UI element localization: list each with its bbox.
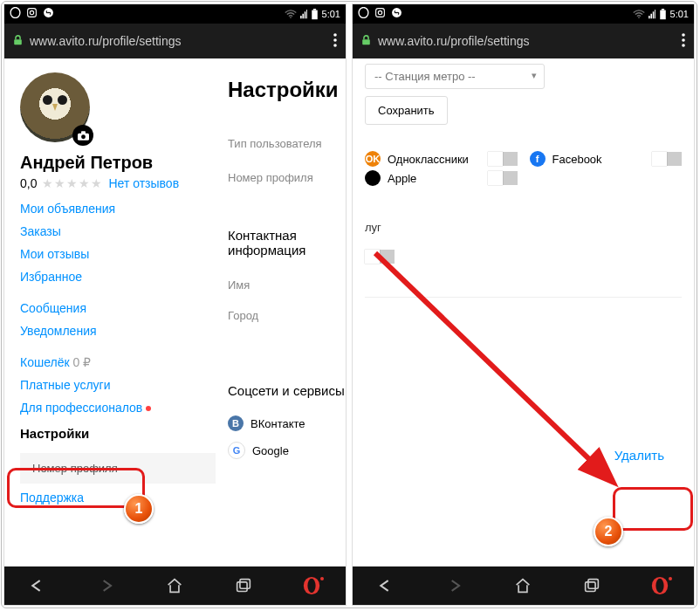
social-apple: Apple: [365, 170, 476, 186]
svg-rect-14: [237, 582, 246, 592]
shazam-icon: [43, 7, 54, 21]
nav-back-icon[interactable]: [376, 575, 397, 596]
svg-point-4: [290, 17, 292, 18]
social-toggle-grid: OKОдноклассники fFacebook Apple: [365, 151, 682, 186]
camera-icon[interactable]: [72, 125, 93, 146]
google-icon: G: [228, 442, 245, 459]
menu-dots-icon[interactable]: [333, 33, 337, 50]
screenshot-right: 5:01 www.avito.ru/profile/settings -- Ст…: [353, 4, 694, 605]
nav-opera-icon[interactable]: [301, 575, 322, 596]
toggle-services[interactable]: [365, 250, 395, 264]
label-profile-num: Номер профиля: [228, 159, 346, 210]
svg-point-2: [30, 10, 33, 14]
nav-forward-icon: [444, 575, 465, 596]
services-label-partial: луг: [365, 186, 682, 243]
annotation-marker-2: 2: [594, 517, 623, 546]
facebook-icon: f: [530, 151, 546, 167]
nav-home-icon[interactable]: [164, 575, 185, 596]
nav-opera-icon[interactable]: [649, 575, 670, 596]
svg-rect-25: [362, 39, 370, 45]
svg-point-27: [682, 38, 685, 42]
svg-point-10: [333, 44, 337, 47]
label-name: Имя: [228, 270, 346, 300]
settings-partial: Настройки Тип пользователя Номер профиля…: [216, 58, 346, 566]
rating-value: 0,0: [20, 176, 37, 190]
divider: [365, 297, 682, 298]
svg-rect-6: [312, 9, 315, 10]
status-bar: 5:01: [4, 4, 346, 24]
svg-rect-7: [14, 39, 22, 45]
opera-mini-icon: [358, 7, 369, 21]
nav-forward-icon: [96, 575, 117, 596]
svg-point-17: [307, 579, 315, 594]
svg-rect-23: [660, 10, 666, 19]
browser-bottom-bar: [353, 566, 694, 605]
instagram-icon: [26, 7, 38, 21]
no-reviews-link[interactable]: Нет отзывов: [108, 176, 179, 190]
metro-select[interactable]: -- Станция метро --: [365, 64, 545, 89]
profile-number-label: Номер профиля: [32, 462, 118, 475]
battery-icon: [311, 9, 319, 20]
nav-back-icon[interactable]: [28, 575, 49, 596]
shazam-icon: [391, 7, 402, 21]
social-google[interactable]: GGoogle: [228, 436, 346, 464]
save-button[interactable]: Сохранить: [365, 96, 448, 125]
social-ok: OKОдноклассники: [365, 151, 476, 167]
svg-rect-29: [585, 582, 594, 592]
svg-rect-1: [28, 9, 37, 17]
url-text: www.avito.ru/profile/settings: [378, 34, 530, 48]
svg-rect-30: [588, 580, 598, 589]
menu-dots-icon[interactable]: [682, 33, 685, 50]
clock: 5:01: [670, 9, 689, 19]
clock: 5:01: [322, 9, 340, 19]
url-text: www.avito.ru/profile/settings: [30, 34, 182, 48]
page-title: Настройки: [228, 78, 346, 102]
url-bar[interactable]: www.avito.ru/profile/settings: [353, 24, 694, 58]
apple-icon: [365, 170, 381, 186]
svg-rect-19: [376, 9, 385, 17]
lock-icon: [13, 35, 23, 48]
toggle-apple[interactable]: [488, 171, 518, 185]
toggle-fb[interactable]: [652, 152, 682, 166]
page-content-right: -- Станция метро -- Сохранить OKОдноклас…: [353, 58, 694, 566]
svg-point-20: [378, 10, 381, 14]
svg-point-9: [333, 38, 337, 42]
signal-icon: [649, 10, 655, 19]
label-user-type: Тип пользователя: [228, 128, 346, 159]
svg-rect-5: [312, 10, 318, 19]
rating-stars: ★★★★★: [42, 176, 103, 190]
nav-tabs-icon[interactable]: [581, 575, 602, 596]
label-city: Город: [228, 300, 346, 366]
svg-point-26: [682, 33, 685, 37]
svg-point-22: [638, 17, 640, 18]
social-vk[interactable]: BВКонтакте: [228, 410, 346, 436]
svg-point-8: [333, 33, 337, 37]
vk-icon: B: [228, 415, 244, 431]
page-content-left: Андрей Петров 0,0 ★★★★★ Нет отзывов Мои …: [4, 58, 346, 566]
svg-rect-12: [81, 131, 86, 134]
svg-point-18: [359, 8, 368, 18]
social-fb: fFacebook: [530, 151, 641, 167]
lock-icon: [361, 35, 371, 48]
wifi-icon: [285, 10, 297, 19]
status-bar: 5:01: [353, 4, 694, 24]
opera-mini-icon: [10, 7, 21, 21]
nav-tabs-icon[interactable]: [233, 575, 254, 596]
svg-rect-15: [240, 580, 250, 589]
delete-button[interactable]: Удалить: [602, 441, 676, 470]
url-bar[interactable]: www.avito.ru/profile/settings: [4, 24, 346, 58]
svg-point-32: [655, 579, 663, 594]
svg-point-28: [682, 44, 685, 47]
battery-icon: [659, 9, 667, 20]
wifi-icon: [633, 10, 645, 19]
ok-icon: OK: [365, 151, 381, 167]
section-social: Соцсети и сервисы: [228, 366, 346, 410]
screenshot-left: 5:01 www.avito.ru/profile/settings Андр: [4, 4, 346, 605]
instagram-icon: [374, 7, 386, 21]
svg-point-13: [81, 134, 86, 139]
annotation-marker-1: 1: [124, 494, 154, 524]
nav-home-icon[interactable]: [512, 575, 533, 596]
toggle-ok[interactable]: [488, 152, 518, 166]
svg-rect-24: [661, 9, 663, 10]
browser-bottom-bar: [4, 566, 346, 605]
